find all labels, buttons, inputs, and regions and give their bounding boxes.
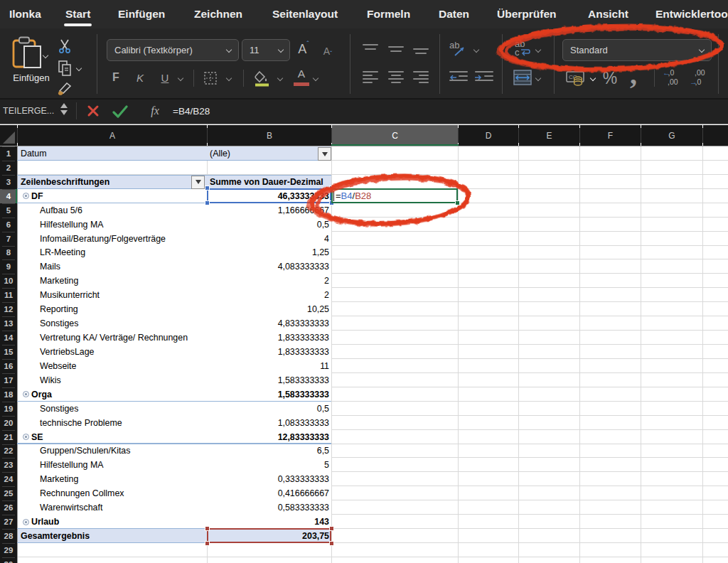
font-size-combo[interactable]: 11: [242, 39, 290, 61]
cell-B11[interactable]: 2: [210, 288, 329, 302]
column-header-h[interactable]: [703, 125, 728, 146]
copy-button[interactable]: [57, 60, 82, 77]
cell-B25[interactable]: 0,416666667: [210, 486, 329, 500]
text-orientation-chevron[interactable]: [473, 47, 480, 53]
expand-button-row-27[interactable]: [23, 519, 29, 525]
cell-A27[interactable]: Urlaub: [31, 515, 204, 529]
cell-A18[interactable]: Orga: [31, 387, 204, 402]
cell-A15[interactable]: VertriebsLage: [40, 345, 204, 359]
increase-font-button[interactable]: Aˆ: [294, 40, 314, 58]
decrease-font-button[interactable]: Aˇ: [318, 42, 338, 60]
align-middle-button[interactable]: [388, 44, 404, 55]
cell-B7[interactable]: 4: [210, 232, 329, 246]
row-header-16[interactable]: 16: [0, 359, 17, 373]
row-header-28[interactable]: 28: [0, 529, 17, 543]
edit-cell-formula-text[interactable]: =B4/B28: [336, 189, 371, 203]
row-header-20[interactable]: 20: [0, 416, 17, 430]
italic-button[interactable]: K: [132, 68, 148, 87]
cell-A8[interactable]: LR-Meeting: [40, 246, 204, 260]
row-header-7[interactable]: 7: [0, 232, 17, 246]
row-header-21[interactable]: 21: [0, 430, 17, 444]
font-name-combo[interactable]: Calibri (Textkörper): [107, 39, 239, 61]
cell-A1[interactable]: Datum: [21, 146, 202, 161]
select-all-corner[interactable]: [0, 125, 17, 146]
cell-A21[interactable]: SE: [31, 430, 204, 444]
align-center-button[interactable]: [388, 71, 404, 84]
font-name-chevron[interactable]: [226, 47, 232, 53]
cell-B27[interactable]: 143: [210, 515, 329, 529]
copy-dropdown-chevron[interactable]: [76, 65, 82, 72]
row-header-6[interactable]: 6: [0, 218, 17, 232]
increase-indent-button[interactable]: [475, 71, 493, 84]
row-header-27[interactable]: 27: [0, 515, 17, 529]
cell-B21[interactable]: 12,83333333: [210, 430, 329, 444]
cell-B24[interactable]: 0,333333333: [210, 472, 329, 486]
cell-B13[interactable]: 4,833333333: [210, 316, 329, 331]
row-header-26[interactable]: 26: [0, 500, 17, 515]
name-box-stepper[interactable]: [60, 103, 69, 119]
cell-A3[interactable]: Zeilenbeschriftungen: [21, 175, 184, 189]
decrease-indent-button[interactable]: [449, 71, 468, 84]
row-header-3[interactable]: 3: [0, 175, 17, 189]
cell-A23[interactable]: Hilfestellung MA: [40, 458, 204, 472]
column-header-C[interactable]: C: [332, 125, 458, 146]
row-header-19[interactable]: 19: [0, 402, 17, 416]
cell-A16[interactable]: Webseite: [40, 359, 204, 373]
cell-A25[interactable]: Rechnungen Collmex: [40, 486, 204, 500]
row-header-14[interactable]: 14: [0, 331, 17, 345]
cell-A7[interactable]: Infomail/Beratung/Folgeverträge: [40, 232, 204, 246]
cell-B18[interactable]: 1,583333333: [210, 387, 329, 402]
cell-B19[interactable]: 0,5: [210, 402, 329, 416]
cell-B10[interactable]: 2: [210, 274, 329, 288]
ribbon-tab-ansicht[interactable]: Ansicht: [588, 0, 628, 28]
cell-A12[interactable]: Reporting: [40, 302, 204, 316]
percent-style-button[interactable]: %: [601, 68, 619, 89]
merge-center-button[interactable]: [513, 70, 532, 85]
row-header-9[interactable]: 9: [0, 259, 17, 274]
column-header-B[interactable]: B: [208, 125, 331, 146]
cancel-button[interactable]: [87, 101, 102, 121]
cell-A9[interactable]: Mails: [40, 259, 204, 274]
cell-A6[interactable]: Hilfestellung MA: [40, 218, 204, 232]
cell-A10[interactable]: Marketing: [40, 274, 204, 288]
borders-button[interactable]: [203, 71, 218, 85]
cell-A4[interactable]: DF: [31, 189, 204, 203]
row-header-4[interactable]: 4: [0, 189, 17, 203]
wrap-text-button[interactable]: ab c: [513, 38, 533, 60]
row-header-1[interactable]: 1: [0, 146, 17, 161]
font-color-button[interactable]: A: [293, 69, 310, 87]
ribbon-tab-entwicklertools[interactable]: Entwicklertools: [655, 0, 728, 28]
row-header-11[interactable]: 11: [0, 288, 17, 302]
ribbon-tab-ilonka[interactable]: Ilonka: [9, 0, 41, 28]
cell-A17[interactable]: Wikis: [40, 373, 204, 387]
cut-button[interactable]: [57, 38, 73, 54]
number-format-combo[interactable]: Standard: [562, 39, 712, 61]
row-header-13[interactable]: 13: [0, 316, 17, 331]
row-header-30[interactable]: 30: [0, 557, 17, 563]
row-header-25[interactable]: 25: [0, 486, 17, 500]
column-header-D[interactable]: D: [459, 125, 518, 146]
row-header-23[interactable]: 23: [0, 458, 17, 472]
cell-A11[interactable]: Musikunterricht: [40, 288, 204, 302]
name-box[interactable]: TEILERGE...: [3, 100, 57, 122]
align-bottom-button[interactable]: [413, 44, 429, 55]
paste-button[interactable]: Einfügen: [11, 36, 51, 85]
row-header-24[interactable]: 24: [0, 472, 17, 486]
increase-decimal-button[interactable]: ,00 →,0: [690, 68, 711, 88]
column-header-A[interactable]: A: [18, 125, 207, 146]
ribbon-tab-berprfen[interactable]: Überprüfen: [497, 0, 557, 28]
ribbon-tab-einfgen[interactable]: Einfügen: [118, 0, 165, 28]
font-size-chevron[interactable]: [278, 47, 284, 53]
cell-A28[interactable]: Gesamtergebnis: [21, 529, 204, 543]
cell-A19[interactable]: Sonstiges: [40, 402, 204, 416]
borders-chevron[interactable]: [226, 75, 232, 82]
row-header-12[interactable]: 12: [0, 302, 17, 316]
cell-B20[interactable]: 1,083333333: [210, 416, 329, 430]
ribbon-tab-formeln[interactable]: Formeln: [367, 0, 410, 28]
accounting-format-button[interactable]: CC: [566, 70, 586, 87]
row-header-2[interactable]: 2: [0, 161, 17, 175]
cell-A22[interactable]: Gruppen/Schulen/Kitas: [40, 444, 204, 459]
cell-A24[interactable]: Marketing: [40, 472, 204, 486]
cell-B26[interactable]: 0,583333333: [210, 500, 329, 515]
cell-B15[interactable]: 1,833333333: [210, 345, 329, 359]
